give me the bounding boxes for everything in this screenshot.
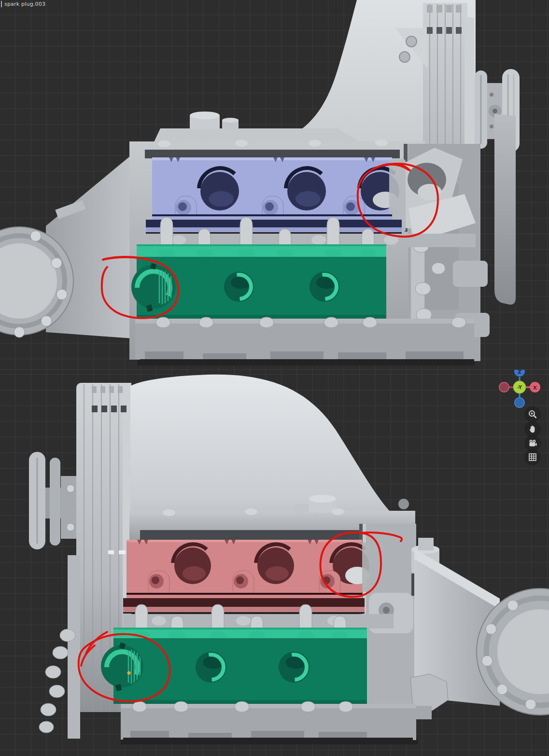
zoom-tool-button[interactable] [524,406,541,422]
engine-view-bottom [29,375,549,744]
engine-block-green-top [131,244,386,319]
cylinder-head-red [123,540,371,614]
grid-view-button[interactable] [524,449,541,465]
axis-x-handle[interactable]: X [530,382,540,392]
axis-x-neg-handle[interactable] [499,382,509,392]
active-object-label: spark plug.003 [4,1,45,8]
axis-z-handle[interactable]: Z [514,366,525,377]
engine-block-green-bottom [101,628,367,704]
belt-strip [494,114,516,305]
hand-icon [528,424,537,434]
view-navigation-gizmo[interactable]: Z X -Y [499,366,540,407]
deck-plate [154,128,361,143]
engine-view-top [0,0,520,365]
header-edge-mark [1,1,2,7]
pulley-assembly-bottom [29,452,78,549]
cylinder-hole-green [196,652,226,683]
grid-icon [528,452,537,462]
blender-3d-viewport[interactable]: Z X -Y spark plug.0 [0,0,549,756]
axis-x-label: X [533,385,537,391]
oil-pan-block-top [135,317,474,365]
cylinder-hole-green [279,652,310,683]
cylinder-hole-green [224,272,254,302]
magnifier-plus-icon [528,409,537,419]
cylinder-hole-green [310,272,339,302]
annotation-cursor-dot [127,672,131,675]
render-canvas: Z X -Y [0,0,549,756]
axis-y-neg-handle[interactable]: -Y [513,381,526,393]
axis-z-neg-handle[interactable] [515,398,524,407]
oil-pan-block-bottom [121,701,416,743]
screenshot-seam [0,369,549,370]
camera-icon [528,438,537,448]
axis-y-label: -Y [517,385,522,390]
